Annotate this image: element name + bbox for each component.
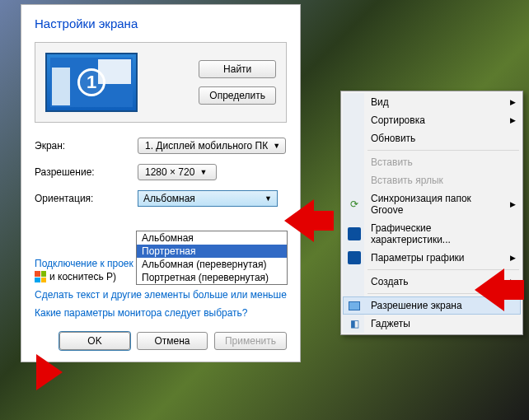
- row-orientation: Ориентация: Альбомная ▼: [35, 190, 287, 207]
- windows-flag-icon: [35, 271, 46, 282]
- display-value: 1. Дисплей мобильного ПК: [145, 140, 268, 152]
- ok-button[interactable]: OK: [59, 332, 130, 350]
- intel-icon: [348, 251, 361, 264]
- orientation-label: Ориентация:: [35, 193, 138, 204]
- resolution-label: Разрешение:: [35, 166, 138, 178]
- intel-icon: [348, 227, 361, 240]
- monitor-preview-group: 1 Найти Определить: [35, 42, 287, 123]
- chevron-down-icon: ▼: [199, 168, 207, 176]
- resolution-select[interactable]: 1280 × 720 ▼: [138, 164, 217, 180]
- link-which-settings[interactable]: Какие параметры монитора следует выбрать…: [35, 307, 287, 319]
- detect-button[interactable]: Определить: [199, 86, 276, 105]
- orientation-option[interactable]: Портретная: [137, 245, 287, 258]
- ctx-item-paste-shortcut: Вставить ярлык: [343, 171, 521, 189]
- cancel-button[interactable]: Отмена: [137, 332, 208, 350]
- ctx-item-gadgets[interactable]: ◧ Гаджеты: [343, 315, 521, 333]
- ctx-item-view[interactable]: Вид ▶: [343, 93, 521, 111]
- chevron-down-icon: ▼: [273, 142, 280, 150]
- ctx-item-paste: Вставить: [343, 153, 521, 171]
- orientation-select[interactable]: Альбомная ▼: [138, 190, 278, 207]
- submenu-arrow-icon: ▶: [510, 254, 516, 262]
- groove-icon: ⟳: [348, 198, 361, 211]
- row-resolution: Разрешение: 1280 × 720 ▼: [35, 164, 287, 180]
- ctx-item-refresh[interactable]: Обновить: [343, 129, 521, 147]
- monitor-icon: [348, 299, 361, 312]
- chevron-down-icon: ▼: [264, 194, 272, 203]
- display-label: Экран:: [35, 140, 138, 152]
- resolution-value: 1280 × 720: [145, 166, 194, 178]
- find-button[interactable]: Найти: [199, 60, 276, 78]
- orientation-option[interactable]: Портретная (перевернутая): [137, 271, 287, 284]
- monitor-window-left: [52, 68, 70, 105]
- preview-side-buttons: Найти Определить: [199, 60, 276, 105]
- row-display: Экран: 1. Дисплей мобильного ПК ▼: [35, 138, 287, 154]
- monitor-number-badge: 1: [77, 68, 105, 96]
- display-select[interactable]: 1. Дисплей мобильного ПК ▼: [138, 138, 286, 154]
- submenu-arrow-icon: ▶: [510, 116, 516, 124]
- dialog-footer: OK Отмена Применить: [35, 332, 287, 350]
- ctx-item-sort[interactable]: Сортировка ▶: [343, 111, 521, 129]
- submenu-arrow-icon: ▶: [510, 98, 516, 106]
- ctx-item-gfx-props[interactable]: Графические характеристики...: [343, 219, 521, 249]
- apply-button[interactable]: Применить: [214, 332, 287, 350]
- display-settings-dialog: Настройки экрана 1 Найти Определить Экра…: [21, 4, 301, 362]
- link-text-size[interactable]: Сделать текст и другие элементы больше и…: [35, 289, 287, 301]
- submenu-arrow-icon: ▶: [510, 200, 516, 208]
- ctx-item-gfx-options[interactable]: Параметры графики ▶: [343, 249, 521, 267]
- dialog-title: Настройки экрана: [35, 16, 287, 30]
- gadget-icon: ◧: [348, 317, 361, 330]
- orientation-dropdown[interactable]: Альбомная Портретная Альбомная (переверн…: [136, 231, 288, 285]
- ctx-separator: [367, 150, 519, 151]
- orientation-option[interactable]: Альбомная: [137, 231, 287, 245]
- ctx-item-groove[interactable]: ⟳ Синхронизация папок Groove ▶: [343, 189, 521, 219]
- orientation-option[interactable]: Альбомная (перевернутая): [137, 258, 287, 271]
- monitor-thumbnail[interactable]: 1: [45, 53, 138, 112]
- orientation-value: Альбомная: [143, 193, 195, 204]
